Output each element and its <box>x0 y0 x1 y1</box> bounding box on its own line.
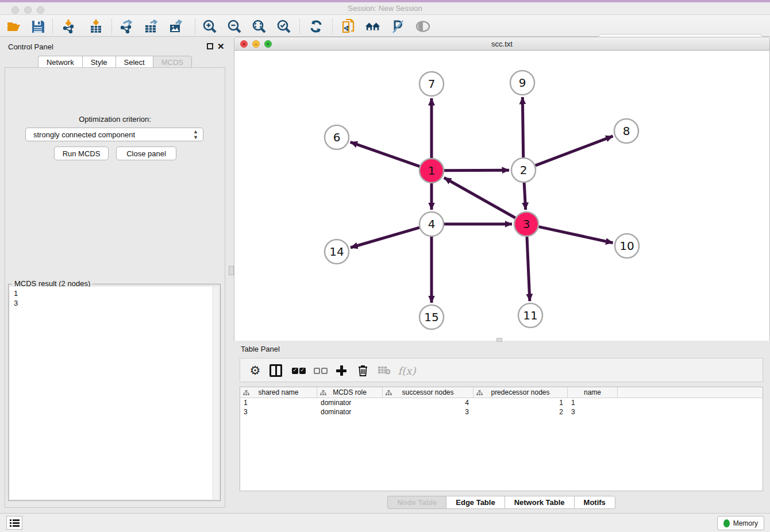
node-table: shared nameMCDS rolesuccessor nodesprede… <box>240 387 763 491</box>
control-panel: Control Panel ✕ Network Style Select MCD… <box>0 37 230 513</box>
toolbar-separator <box>195 19 195 34</box>
table-toolbar: ⚙ f(x) <box>240 358 763 382</box>
graph-node-label: 4 <box>428 217 436 231</box>
save-session-icon[interactable] <box>30 18 46 34</box>
show-all-networks-icon[interactable] <box>365 18 381 34</box>
graph-node-label: 10 <box>619 239 634 253</box>
graph-edge-2-3[interactable] <box>524 183 526 210</box>
column-header-successor-nodes[interactable]: successor nodes <box>383 387 473 398</box>
graph-node-label: 7 <box>428 77 436 91</box>
refresh-view-icon[interactable] <box>308 18 324 34</box>
graph-edge-1-2[interactable] <box>444 170 509 171</box>
deselect-all-rows-icon[interactable] <box>311 363 330 379</box>
graph-node-label: 6 <box>333 130 341 144</box>
table-row[interactable]: 3dominator323 <box>240 407 763 417</box>
show-hide-icon <box>415 18 431 34</box>
vertical-split-handle[interactable] <box>229 266 234 275</box>
graph-node-label: 15 <box>424 310 438 324</box>
zoom-in-icon[interactable] <box>201 18 217 34</box>
table-cell[interactable]: 3 <box>568 407 618 417</box>
table-cell[interactable]: 1 <box>568 398 618 407</box>
toolbar-separator <box>299 19 300 34</box>
import-network-icon[interactable] <box>61 18 77 34</box>
delete-table-icon <box>376 363 393 379</box>
mcds-result-text[interactable]: 1 3 <box>10 287 219 499</box>
graph-node-label: 3 <box>523 217 530 231</box>
column-header-predecessor-nodes[interactable]: predecessor nodes <box>473 387 568 398</box>
optimization-criterion-label: Optimization criterion: <box>5 115 225 124</box>
zoom-fit-icon[interactable] <box>251 18 267 34</box>
close-panel-button[interactable]: Close panel <box>116 147 176 160</box>
column-header-name[interactable]: name <box>568 387 618 398</box>
memory-status-icon <box>723 519 730 527</box>
toolbar-separator <box>52 19 53 34</box>
export-table-icon[interactable] <box>143 18 159 34</box>
task-history-button[interactable] <box>6 516 22 530</box>
result-scrollbar[interactable] <box>213 287 219 499</box>
task-list-icon <box>10 519 20 527</box>
create-column-icon[interactable] <box>333 363 349 379</box>
network-window: × − + scc.txt 7968124314101511 <box>234 37 770 341</box>
window-title: Session: New Session <box>0 4 770 13</box>
graph-edge-3-11[interactable] <box>527 237 530 301</box>
graph-edge-4-14[interactable] <box>351 228 419 248</box>
table-cell[interactable]: 1 <box>240 398 317 407</box>
export-image-icon[interactable] <box>168 18 184 34</box>
memory-label: Memory <box>733 519 758 527</box>
column-header-shared-name[interactable]: shared name <box>240 387 317 398</box>
table-panel: Table Panel ✕ ⚙ f(x) shared nameMCDS rol… <box>233 342 770 513</box>
column-header-MCDS-role[interactable]: MCDS role <box>317 387 383 398</box>
zoom-out-icon[interactable] <box>226 18 242 34</box>
table-header-row[interactable]: shared nameMCDS rolesuccessor nodesprede… <box>240 387 763 398</box>
table-cell[interactable]: 2 <box>473 407 568 417</box>
table-cell[interactable]: dominator <box>317 407 383 417</box>
apply-style-icon[interactable] <box>390 18 406 34</box>
graph-edge-3-1[interactable] <box>444 178 515 218</box>
main-toolbar <box>0 15 770 37</box>
select-all-rows-icon[interactable] <box>290 363 308 379</box>
status-bar: Memory <box>0 513 770 532</box>
import-table-icon[interactable] <box>88 18 104 34</box>
toolbar-separator <box>111 19 112 34</box>
graph-edge-1-6[interactable] <box>351 142 420 166</box>
tab-motifs[interactable]: Motifs <box>574 496 615 509</box>
column-type-icon <box>476 390 483 398</box>
zoom-selected-icon[interactable] <box>275 18 291 34</box>
network-graph[interactable]: 7968124314101511 <box>234 51 769 341</box>
table-row[interactable]: 1dominator411 <box>240 398 763 407</box>
tab-node-table[interactable]: Node Table <box>387 496 446 509</box>
graph-edge-3-10[interactable] <box>538 227 613 243</box>
float-panel-icon[interactable] <box>207 43 213 49</box>
show-columns-icon[interactable] <box>268 363 284 379</box>
table-cell[interactable]: 4 <box>383 398 473 407</box>
network-canvas[interactable]: 7968124314101511 <box>234 51 769 341</box>
optimization-criterion-select[interactable]: strongly connected component ▲▼ <box>25 128 203 141</box>
tab-edge-table[interactable]: Edge Table <box>446 496 504 509</box>
app-titlebar: Session: New Session <box>0 2 770 15</box>
horizontal-split-handle[interactable] <box>496 338 502 342</box>
network-window-title: scc.txt <box>234 40 769 48</box>
column-type-icon <box>320 390 326 398</box>
select-stepper-icon: ▲▼ <box>193 129 198 140</box>
export-network-icon[interactable] <box>118 18 134 34</box>
control-panel-title: Control Panel <box>8 43 53 51</box>
graph-edge-2-8[interactable] <box>536 136 613 165</box>
delete-column-icon[interactable] <box>355 363 371 379</box>
table-cell[interactable]: 3 <box>383 407 473 417</box>
table-cell[interactable]: 1 <box>473 398 568 407</box>
graph-edge-2-9[interactable] <box>522 97 523 157</box>
column-type-icon <box>386 390 392 398</box>
table-cell[interactable]: 3 <box>240 407 317 417</box>
tab-network-table[interactable]: Network Table <box>505 496 574 509</box>
close-panel-icon[interactable]: ✕ <box>217 41 225 52</box>
open-session-icon[interactable] <box>6 18 22 34</box>
graph-node-label: 9 <box>519 76 526 90</box>
graph-node-label: 11 <box>523 309 537 322</box>
table-cell[interactable]: dominator <box>317 398 383 407</box>
memory-button[interactable]: Memory <box>717 516 764 530</box>
graph-node-label: 14 <box>329 245 344 259</box>
clone-network-icon[interactable] <box>340 18 356 34</box>
run-mcds-button[interactable]: Run MCDS <box>54 147 109 160</box>
table-settings-icon[interactable]: ⚙ <box>247 363 263 379</box>
network-window-titlebar[interactable]: × − + scc.txt <box>234 37 769 51</box>
